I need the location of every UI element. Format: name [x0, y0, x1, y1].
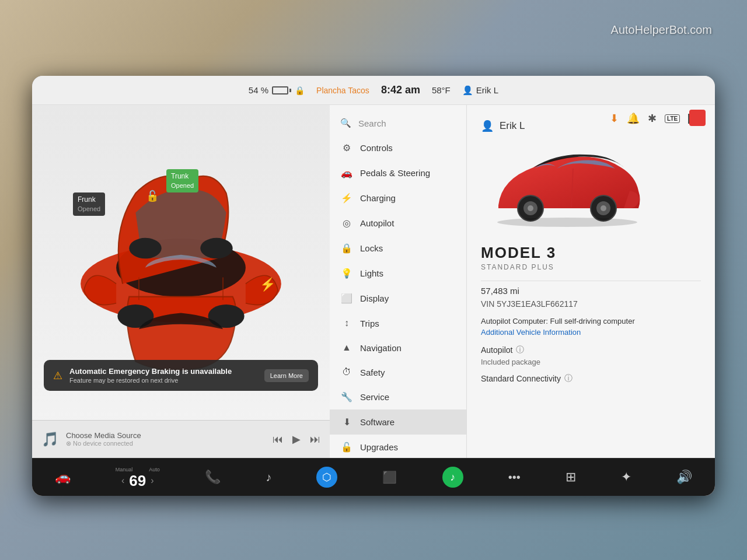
menu-item-locks[interactable]: 🔒 Locks: [330, 236, 466, 261]
media-device-label: ⊗ No device connected: [66, 440, 266, 447]
alert-title: Automatic Emergency Braking is unavailab…: [69, 367, 257, 376]
music-icon: 🎵: [41, 431, 59, 447]
settings-menu: 🔍 Search ⚙ Controls 🚗 Pedals & Steering …: [330, 105, 467, 496]
volume-icon: 🔊: [676, 470, 692, 485]
computer-text: Autopilot Computer: Full self-driving co…: [481, 317, 701, 326]
software-icon: ⬇: [340, 416, 353, 428]
charging-icon: ⚡: [340, 192, 353, 204]
phone-icon: 📞: [205, 470, 221, 485]
next-track-button[interactable]: ⏭: [310, 433, 320, 446]
alert-text: Automatic Emergency Braking is unavailab…: [69, 367, 257, 384]
menu-item-charging[interactable]: ⚡ Charging: [330, 186, 466, 211]
menu-item-pedals[interactable]: 🚗 Pedals & Steering: [330, 160, 466, 186]
lights-label: Lights: [360, 268, 383, 278]
car-svg: [32, 105, 330, 385]
spotify-button[interactable]: ♪: [442, 467, 463, 488]
lights-icon: 💡: [340, 268, 353, 279]
play-pause-button[interactable]: ▶: [292, 433, 301, 446]
model-name: Model 3: [481, 244, 701, 262]
speed-increase-button[interactable]: ›: [151, 475, 153, 486]
menu-item-upgrades[interactable]: 🔓 Upgrades: [330, 435, 466, 460]
main-content: Frunk Opened 🔓 Trunk Opened ⚡ ⚠: [32, 105, 715, 496]
battery-tip: [289, 89, 291, 92]
frunk-status: Opened: [78, 205, 100, 214]
prev-track-button[interactable]: ⏮: [273, 433, 283, 446]
more-menu-icon: •••: [508, 471, 521, 484]
taskbar-tiles[interactable]: ⊞: [566, 470, 576, 485]
svg-point-5: [200, 238, 232, 258]
pedals-label: Pedals & Steering: [360, 168, 430, 178]
user-name-display: Erik L: [500, 120, 525, 132]
menu-item-navigation[interactable]: ▲ Navigation: [330, 335, 466, 360]
media-controls: ⏮ ▶ ⏭: [273, 433, 320, 446]
media-source-label: Choose Media Source: [66, 431, 266, 440]
alert-warning-icon: ⚠: [53, 369, 62, 382]
charge-bolt-icon: ⚡: [260, 277, 275, 292]
menu-item-controls[interactable]: ⚙ Controls: [330, 135, 466, 160]
battery-body: [272, 86, 288, 94]
bluetooth-button[interactable]: ⬡: [316, 467, 337, 488]
menu-item-trips[interactable]: ↕ Trips: [330, 311, 466, 335]
bluetooth-icon: ⬡: [322, 471, 331, 484]
software-label: Software: [360, 417, 395, 427]
alert-subtitle: Feature may be restored on next drive: [69, 377, 257, 384]
controls-label: Controls: [360, 143, 393, 153]
locks-label: Locks: [360, 243, 383, 253]
taskbar-volume[interactable]: 🔊: [676, 470, 692, 485]
menu-item-service[interactable]: 🔧 Service: [330, 384, 466, 410]
watermark: AutoHelperBot.com: [611, 23, 712, 37]
upgrades-label: Upgrades: [360, 442, 398, 452]
battery-icon: [272, 86, 291, 94]
vin-display: VIN 5YJ3E1EA3LF662117: [481, 299, 701, 309]
navigation-label: Navigation: [360, 343, 402, 353]
additional-info-link[interactable]: Additional Vehicle Information: [481, 328, 701, 337]
tiles-icon: ⊞: [566, 470, 576, 485]
trips-label: Trips: [360, 318, 379, 328]
taskbar-apps[interactable]: ✦: [621, 470, 631, 485]
trunk-title: Trunk: [171, 172, 194, 181]
taskbar-bluetooth[interactable]: ⬡: [316, 467, 337, 488]
download-icon[interactable]: ⬇: [610, 112, 619, 125]
temperature-display: 58°F: [432, 85, 451, 95]
menu-item-safety[interactable]: ⏱ Safety: [330, 360, 466, 384]
time-display: 8:42 am: [381, 84, 420, 96]
taskbar-more[interactable]: •••: [508, 471, 521, 484]
speed-decrease-button[interactable]: ‹: [121, 475, 124, 486]
bluetooth-icon[interactable]: ✱: [648, 112, 657, 125]
tesla-screen: 54 % 🔒 Plancha Tacos 8:42 am 58°F 👤 Erik…: [32, 76, 715, 496]
autopilot-feature-label: Autopilot: [481, 345, 512, 355]
svg-point-14: [601, 205, 606, 211]
car-visual: Frunk Opened 🔓 Trunk Opened ⚡: [32, 105, 330, 385]
menu-item-lights[interactable]: 💡 Lights: [330, 261, 466, 286]
connectivity-info-icon[interactable]: ⓘ: [564, 373, 573, 384]
user-section: 👤 Erik L: [462, 85, 498, 96]
car-home-icon: 🚗: [55, 470, 71, 485]
left-panel: Frunk Opened 🔓 Trunk Opened ⚡ ⚠: [32, 105, 330, 496]
speed-mode-labels: Manual Auto: [116, 467, 160, 473]
taskbar-audio[interactable]: ♪: [266, 471, 271, 484]
media-info: Choose Media Source ⊗ No device connecte…: [66, 431, 266, 447]
taskbar-phone[interactable]: 📞: [205, 470, 221, 485]
controls-icon: ⚙: [340, 142, 353, 153]
notification-icon[interactable]: 🔔: [627, 112, 640, 125]
speed-display: Manual Auto ‹ 69 ›: [116, 467, 160, 488]
menu-item-software[interactable]: ⬇ Software: [330, 410, 466, 435]
car-thumbnail-svg: [481, 144, 644, 235]
search-item[interactable]: 🔍 Search: [330, 111, 466, 135]
taskbar-car[interactable]: 🚗: [55, 470, 71, 485]
taskbar-spotify[interactable]: ♪: [442, 467, 463, 488]
menu-item-display[interactable]: ⬜ Display: [330, 286, 466, 311]
car-thumbnail-container: [481, 144, 644, 235]
battery-section: 54 % 🔒: [249, 85, 305, 95]
display-label: Display: [360, 293, 389, 303]
learn-more-button[interactable]: Learn More: [264, 369, 309, 382]
autopilot-feature-value: Included package: [481, 358, 701, 366]
manual-label: Manual: [116, 467, 133, 473]
autopilot-info-icon[interactable]: ⓘ: [516, 345, 524, 355]
safety-icon: ⏱: [340, 367, 353, 377]
pedals-icon: 🚗: [340, 167, 353, 178]
search-icon: 🔍: [340, 118, 351, 128]
safety-label: Safety: [360, 368, 385, 377]
taskbar-camera[interactable]: ⬛: [382, 470, 397, 484]
menu-item-autopilot[interactable]: ◎ Autopilot: [330, 211, 466, 236]
